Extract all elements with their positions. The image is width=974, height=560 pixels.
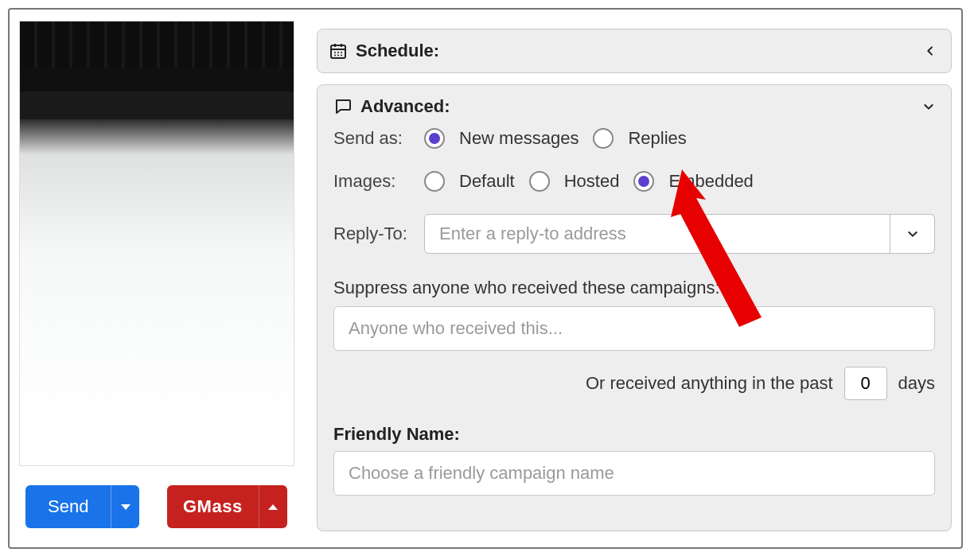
past-days-suffix: days: [898, 373, 935, 394]
friendly-name-input[interactable]: [333, 451, 935, 496]
past-days-row: Or received anything in the past days: [333, 367, 935, 400]
advanced-panel: Advanced: Send as: New messages Replies …: [317, 84, 952, 531]
svg-point-6: [341, 52, 342, 53]
advanced-title: Advanced:: [360, 96, 450, 117]
chevron-down-icon: [906, 228, 919, 240]
past-days-prefix: Or received anything in the past: [586, 373, 833, 394]
svg-point-5: [337, 52, 339, 53]
radio-images-default[interactable]: [424, 171, 445, 192]
reply-to-input[interactable]: [424, 214, 890, 254]
reply-to-dropdown[interactable]: [890, 214, 935, 254]
images-row: Images: Default Hosted Embedded: [333, 171, 935, 192]
caret-down-icon: [121, 504, 131, 510]
suppress-label: Suppress anyone who received these campa…: [333, 278, 935, 298]
chevron-down-icon: [922, 100, 935, 113]
send-dropdown[interactable]: [111, 485, 139, 528]
radio-images-embedded[interactable]: [633, 171, 654, 192]
send-button[interactable]: Send: [25, 485, 111, 528]
option-images-hosted: Hosted: [564, 171, 620, 192]
radio-images-hosted[interactable]: [529, 171, 550, 192]
app-frame: Send GMass Schedule:: [8, 8, 963, 549]
reply-to-row: Reply-To:: [333, 214, 935, 254]
past-days-input[interactable]: [844, 367, 887, 400]
gmass-button-group: GMass: [167, 485, 287, 528]
caret-up-icon: [268, 504, 278, 510]
schedule-title: Schedule:: [356, 41, 439, 61]
chevron-left-icon: [924, 45, 937, 57]
option-replies: Replies: [628, 128, 686, 149]
send-as-row: Send as: New messages Replies: [333, 128, 935, 149]
comment-icon: [333, 97, 353, 116]
calendar-icon: [329, 41, 348, 60]
suppress-input[interactable]: [333, 306, 935, 351]
option-new-messages: New messages: [459, 128, 579, 149]
radio-new-messages[interactable]: [424, 128, 445, 149]
svg-point-9: [341, 55, 342, 56]
schedule-panel[interactable]: Schedule:: [317, 29, 952, 73]
reply-to-label: Reply-To:: [333, 224, 413, 244]
advanced-header[interactable]: Advanced:: [333, 96, 935, 117]
friendly-name-label: Friendly Name:: [333, 424, 935, 445]
compose-body-image: [19, 21, 294, 466]
option-images-default: Default: [459, 171, 515, 192]
images-label: Images:: [333, 171, 410, 192]
svg-point-4: [334, 52, 336, 53]
gmass-dropdown[interactable]: [259, 485, 287, 528]
svg-point-7: [334, 55, 336, 56]
settings-panels: Schedule: Advanced: Send as:: [317, 29, 952, 539]
send-button-group: Send: [25, 485, 139, 528]
option-images-embedded: Embedded: [668, 171, 753, 192]
send-as-label: Send as:: [333, 128, 410, 149]
gmass-button[interactable]: GMass: [167, 485, 259, 528]
svg-point-8: [337, 55, 339, 56]
radio-replies[interactable]: [593, 128, 614, 149]
